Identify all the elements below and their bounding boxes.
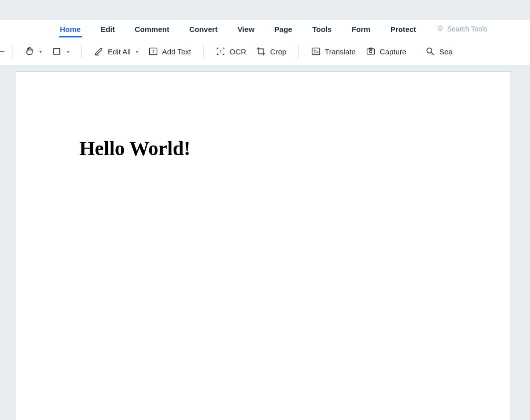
svg-text:T: T [219,49,222,54]
svg-text:T: T [152,49,155,54]
tab-tools[interactable]: Tools [302,22,342,36]
svg-rect-7 [53,48,60,54]
ocr-button[interactable]: T OCR [211,43,251,59]
tab-edit[interactable]: Edit [91,22,125,36]
tab-view[interactable]: View [228,22,265,36]
chevron-down-icon: ▾ [67,49,69,54]
add-text-label: Add Text [162,47,191,56]
toolbar-leading-fragment: – [0,47,5,56]
tab-page[interactable]: Page [265,22,302,36]
ribbon: Home Edit Comment Convert View Page Tool… [0,20,530,65]
translate-button[interactable]: 文 A Translate [306,43,361,59]
camera-icon [366,46,376,56]
document-content: Hello World! [79,137,447,160]
hand-icon [24,46,34,56]
tab-protect[interactable]: Protect [380,22,426,36]
separator [12,45,12,58]
tab-convert[interactable]: Convert [179,22,228,36]
tab-strip: Home Edit Comment Convert View Page Tool… [0,20,530,38]
separator [81,45,82,58]
svg-line-19 [432,53,434,55]
svg-point-16 [369,50,372,53]
svg-text:A: A [316,50,319,54]
svg-rect-15 [367,49,374,54]
search-tools[interactable]: Search Tools [436,25,488,33]
translate-label: Translate [325,47,356,56]
pencil-icon [94,46,104,56]
titlebar-spacer [0,0,530,20]
ocr-label: OCR [230,47,246,56]
svg-line-2 [437,26,438,27]
chevron-down-icon: ▾ [39,49,42,54]
capture-button[interactable]: Capture [361,43,411,59]
rectangle-icon [52,46,62,56]
svg-point-18 [427,48,432,53]
lightbulb-icon [436,25,444,33]
crop-icon [256,46,266,56]
search-label: Sea [439,47,453,56]
textbox-icon: T [148,46,158,56]
separator [203,45,204,58]
crop-label: Crop [270,47,286,56]
select-tool-button[interactable]: ▾ [47,43,74,59]
separator [298,45,299,58]
svg-line-3 [442,26,443,27]
document-page[interactable]: Hello World! [15,71,511,420]
edit-all-label: Edit All [108,47,131,56]
search-button[interactable]: Sea [420,43,458,59]
chevron-down-icon: ▾ [136,49,138,54]
search-icon [425,46,435,56]
svg-point-0 [438,26,442,30]
translate-icon: 文 A [311,46,321,56]
tab-comment[interactable]: Comment [125,22,179,36]
edit-all-button[interactable]: Edit All ▾ [89,43,143,59]
crop-button[interactable]: Crop [251,43,291,59]
hand-tool-button[interactable]: ▾ [19,43,47,59]
ocr-icon: T [216,46,226,56]
tab-form[interactable]: Form [342,22,381,36]
search-tools-label: Search Tools [447,25,488,33]
tab-home[interactable]: Home [50,22,91,36]
document-canvas: Hello World! [0,65,530,420]
capture-label: Capture [380,47,406,56]
add-text-button[interactable]: T Add Text [143,43,196,59]
toolbar: – ▾ ▾ Edit All ▾ T [0,38,530,65]
